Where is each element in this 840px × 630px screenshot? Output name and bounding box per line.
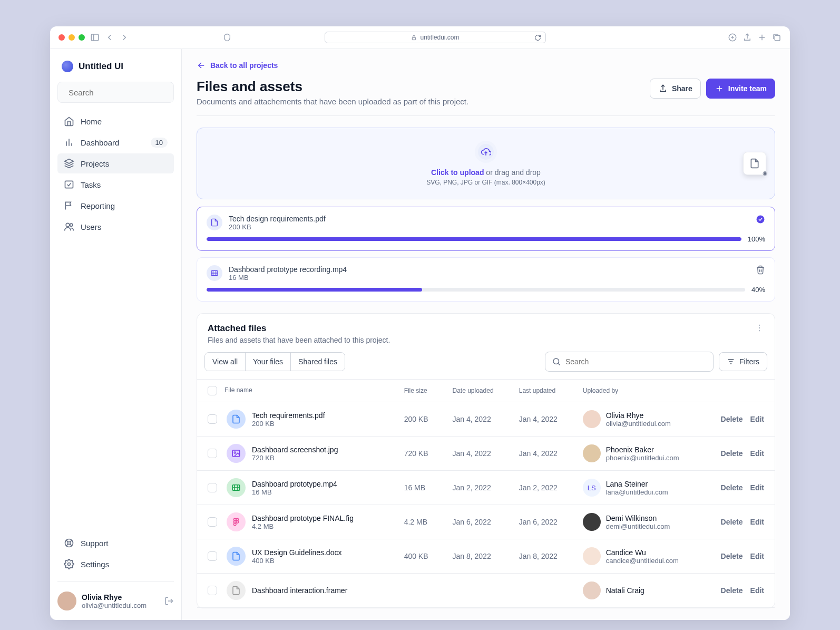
svg-rect-2: [413, 37, 416, 40]
trash-icon[interactable]: [756, 265, 765, 277]
nav-item-support[interactable]: Support: [57, 533, 174, 553]
download-icon[interactable]: [728, 33, 737, 42]
window-controls: [58, 34, 85, 41]
refresh-icon[interactable]: [534, 34, 541, 41]
svg-point-49: [236, 521, 239, 524]
row-checkbox[interactable]: [208, 586, 217, 595]
svg-line-21: [66, 544, 68, 546]
table-search-input[interactable]: [565, 357, 707, 366]
layers-icon: [64, 158, 74, 169]
browser-chrome: untitledui.com: [50, 26, 790, 49]
upload-progress-item: Tech design requirements.pdf200 KB 100%: [197, 207, 775, 251]
tabs-icon[interactable]: [772, 33, 782, 42]
share-icon[interactable]: [743, 33, 752, 42]
nav-item-dashboard[interactable]: Dashboard10: [57, 132, 174, 152]
sidebar-search[interactable]: [57, 82, 174, 103]
edit-button[interactable]: Edit: [750, 586, 764, 595]
page-header: Files and assets Documents and attacheme…: [197, 79, 775, 106]
delete-button[interactable]: Delete: [721, 552, 743, 560]
close-window[interactable]: [58, 34, 65, 41]
row-checkbox[interactable]: [208, 517, 217, 527]
more-icon[interactable]: [755, 323, 764, 333]
attached-files-card: Attached files Files and assets that hav…: [197, 313, 775, 608]
img-icon: [227, 444, 246, 463]
edit-button[interactable]: Edit: [750, 449, 764, 458]
svg-point-41: [234, 452, 236, 453]
cog-icon: [64, 559, 74, 569]
cell-size: [394, 574, 442, 608]
users-icon: [64, 221, 74, 232]
arrow-left-icon: [197, 61, 206, 70]
delete-button[interactable]: Delete: [721, 415, 743, 423]
avatar: [57, 592, 76, 610]
row-checkbox[interactable]: [208, 483, 217, 492]
search-icon: [552, 357, 561, 366]
share-label: Share: [672, 84, 692, 93]
svg-point-35: [553, 358, 559, 364]
sidebar-search-input[interactable]: [69, 88, 169, 97]
tab-view-all[interactable]: View all: [205, 353, 246, 371]
sidebar-toggle-icon[interactable]: [90, 33, 100, 42]
invite-button[interactable]: Invite team: [706, 79, 775, 99]
logout-icon[interactable]: [164, 596, 174, 606]
table-search[interactable]: [545, 352, 714, 372]
back-link[interactable]: Back to all projects: [197, 61, 775, 70]
edit-button[interactable]: Edit: [750, 518, 764, 526]
cell-updated: Jan 6, 2022: [509, 505, 572, 539]
nav-item-home[interactable]: Home: [57, 111, 174, 131]
nav-back-icon[interactable]: [105, 33, 114, 42]
uploader-email: lana@untitledui.com: [606, 488, 668, 496]
page-title: Files and assets: [197, 79, 468, 95]
vid-icon: [227, 478, 246, 497]
file-name: Dashboard interaction.framer: [252, 586, 347, 595]
brand-name: Untitled UI: [79, 61, 123, 72]
new-tab-icon[interactable]: [757, 33, 767, 42]
col-uploaded[interactable]: Date uploaded: [442, 380, 509, 402]
cell-uploaded: Jan 4, 2022: [442, 437, 509, 471]
minimize-window[interactable]: [69, 34, 75, 41]
upload-dropzone[interactable]: Click to upload or drag and drop SVG, PN…: [197, 128, 775, 199]
svg-marker-12: [65, 159, 74, 163]
nav-badge: 10: [151, 138, 168, 148]
svg-line-19: [70, 544, 72, 546]
share-button[interactable]: Share: [650, 79, 701, 99]
filters-button[interactable]: Filters: [719, 352, 767, 371]
delete-button[interactable]: Delete: [721, 449, 743, 458]
video-icon: [207, 265, 222, 281]
flag-icon: [64, 200, 74, 211]
row-checkbox[interactable]: [208, 449, 217, 458]
row-checkbox[interactable]: [208, 414, 217, 424]
upload-icon: [658, 84, 668, 93]
file-name: UX Design Guidelines.docx: [252, 548, 341, 557]
edit-button[interactable]: Edit: [750, 483, 764, 492]
nav-forward-icon[interactable]: [120, 33, 129, 42]
progress-percent: 100%: [748, 235, 765, 243]
url-bar[interactable]: untitledui.com: [325, 32, 546, 43]
cell-updated: [509, 574, 572, 608]
delete-button[interactable]: Delete: [721, 483, 743, 492]
edit-button[interactable]: Edit: [750, 552, 764, 560]
user-name: Olivia Rhye: [82, 593, 159, 602]
maximize-window[interactable]: [79, 34, 85, 41]
check-icon[interactable]: [756, 215, 765, 226]
user-email: olivia@untitledui.com: [82, 602, 159, 609]
cell-size: 4.2 MB: [394, 505, 442, 539]
delete-button[interactable]: Delete: [721, 586, 743, 595]
col-updated[interactable]: Last updated: [509, 380, 572, 402]
nav-item-projects[interactable]: Projects: [57, 153, 174, 173]
nav-item-tasks[interactable]: Tasks: [57, 175, 174, 195]
tab-your-files[interactable]: Your files: [246, 353, 291, 371]
cell-size: 720 KB: [394, 437, 442, 471]
nav-item-settings[interactable]: Settings: [57, 554, 174, 574]
files-table: File name File size Date uploaded Last u…: [197, 379, 775, 608]
select-all-checkbox[interactable]: [208, 386, 217, 395]
upload-file-name: Dashboard prototype recording.mp4: [229, 265, 749, 274]
nav-item-reporting[interactable]: Reporting: [57, 196, 174, 216]
nav-label: Tasks: [81, 180, 101, 189]
nav-item-users[interactable]: Users: [57, 217, 174, 237]
delete-button[interactable]: Delete: [721, 518, 743, 526]
edit-button[interactable]: Edit: [750, 415, 764, 423]
tab-shared-files[interactable]: Shared files: [291, 353, 345, 371]
doc-icon: [227, 581, 246, 600]
row-checkbox[interactable]: [208, 551, 217, 561]
